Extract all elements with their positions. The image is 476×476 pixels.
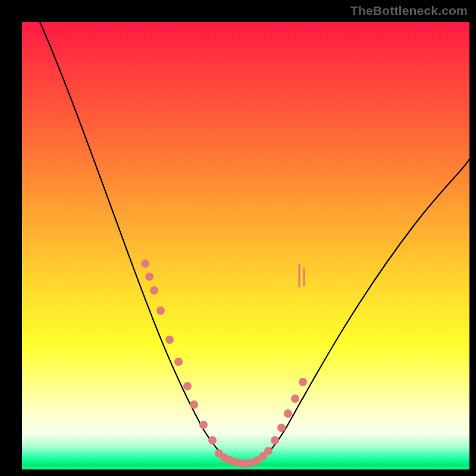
- svg-point-5: [174, 358, 183, 366]
- svg-point-3: [156, 306, 165, 315]
- svg-point-1: [145, 273, 154, 281]
- svg-point-23: [291, 394, 299, 403]
- curve-path: [40, 22, 469, 465]
- svg-point-8: [199, 421, 208, 429]
- svg-point-24: [299, 378, 307, 386]
- beads-left: [141, 259, 217, 444]
- svg-point-20: [271, 436, 279, 444]
- bottom-edge: [22, 468, 469, 469]
- svg-point-2: [150, 286, 158, 295]
- chart-frame: TheBottleneck.com: [0, 0, 476, 476]
- beads-right: [271, 378, 307, 444]
- svg-point-7: [190, 400, 198, 409]
- svg-point-22: [284, 409, 292, 418]
- plot-area: [22, 22, 469, 469]
- ticks-right: [299, 264, 304, 287]
- svg-point-0: [141, 259, 149, 268]
- watermark-text: TheBottleneck.com: [350, 4, 468, 18]
- bottleneck-curve: [22, 22, 469, 469]
- svg-point-6: [183, 382, 192, 390]
- svg-point-19: [264, 447, 273, 455]
- svg-point-4: [165, 336, 174, 344]
- beads-bottom: [215, 447, 273, 468]
- svg-point-9: [208, 436, 217, 444]
- svg-point-21: [277, 424, 286, 432]
